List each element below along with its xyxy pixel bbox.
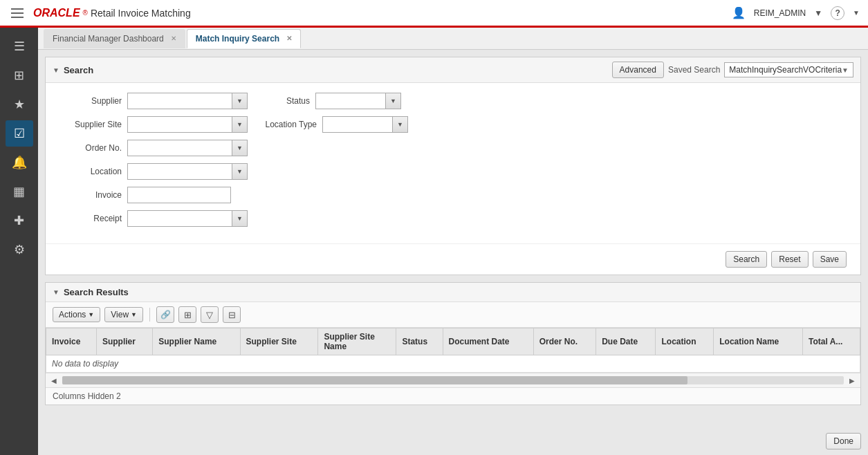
saved-search-dropdown-arrow[interactable]: ▼	[842, 66, 849, 74]
main-content: Financial Manager Dashboard ✕ Match Inqu…	[38, 28, 868, 455]
tab-match-inquiry-search-close[interactable]: ✕	[286, 35, 292, 42]
layout: ☰ ⊞ ★ ☑ 🔔 ▦ ✚ ⚙ Financial Manager Dashbo…	[0, 28, 868, 455]
sidebar-item-add[interactable]: ✚	[6, 207, 33, 234]
form-row-5: Invoice	[59, 187, 847, 203]
no-data-cell: No data to display	[46, 355, 860, 373]
reset-button[interactable]: Reset	[771, 251, 808, 268]
supplier-input-container[interactable]: ▼	[127, 93, 248, 109]
form-row-6: Receipt ▼	[59, 210, 847, 227]
scroll-right-arrow[interactable]: ▶	[847, 377, 858, 384]
status-dropdown-btn[interactable]: ▼	[385, 93, 400, 109]
product-text: Retail Invoice Matching	[91, 8, 191, 19]
grid-button[interactable]: ⊞	[178, 306, 196, 323]
help-dropdown-icon[interactable]: ▼	[853, 9, 860, 17]
export-icon: ⊟	[228, 310, 236, 320]
view-dropdown-icon: ▼	[131, 311, 137, 318]
results-panel-title: ▼ Search Results	[53, 287, 129, 297]
columns-hidden-count: 2	[116, 391, 121, 401]
tab-bar: Financial Manager Dashboard ✕ Match Inqu…	[38, 28, 868, 50]
location-type-input-container[interactable]: ▼	[322, 116, 408, 133]
advanced-button[interactable]: Advanced	[612, 62, 664, 78]
page-footer: Done	[38, 427, 868, 455]
supplier-site-input[interactable]	[128, 118, 232, 131]
sidebar-item-tasks[interactable]: ☑	[6, 120, 33, 147]
location-type-field: Location Type ▼	[261, 116, 408, 133]
top-bar: ORACLE ® Retail Invoice Matching 👤 REIM_…	[0, 0, 868, 28]
saved-search-select[interactable]: MatchInquirySearchVOCriteria ▼	[724, 62, 853, 77]
location-type-input[interactable]	[323, 118, 392, 131]
location-dropdown-btn[interactable]: ▼	[232, 164, 247, 179]
search-panel-header: ▼ Search Advanced Saved Search MatchInqu…	[46, 57, 860, 83]
search-actions: Search Reset Save	[46, 243, 860, 275]
scrollbar-thumb[interactable]	[62, 376, 687, 384]
receipt-input-container[interactable]: ▼	[127, 210, 248, 227]
filter-button[interactable]: ▽	[201, 306, 219, 323]
supplier-site-input-container[interactable]: ▼	[127, 116, 248, 133]
sidebar-item-favorites[interactable]: ★	[6, 91, 33, 118]
results-panel-title-text: Search Results	[64, 287, 129, 297]
col-header-order-no: Order No.	[533, 328, 595, 355]
collapse-icon[interactable]: ▼	[53, 66, 59, 74]
invoice-input[interactable]	[127, 187, 231, 203]
results-table-container: Invoice Supplier Supplier Name Supplier …	[46, 328, 860, 373]
tab-financial-dashboard[interactable]: Financial Manager Dashboard ✕	[44, 29, 185, 48]
status-input-container[interactable]: ▼	[315, 93, 401, 109]
tasks-icon: ☑	[14, 126, 25, 141]
top-bar-right: 👤 REIM_ADMIN ▼ ? ▼	[732, 6, 860, 20]
scrollbar-track-container	[62, 376, 844, 384]
sidebar-item-settings[interactable]: ⚙	[6, 236, 33, 263]
export-button[interactable]: ⊟	[223, 306, 241, 323]
receipt-dropdown-btn[interactable]: ▼	[232, 211, 247, 226]
status-input[interactable]	[316, 94, 385, 108]
scrollbar-track[interactable]	[62, 376, 844, 384]
view-label: View	[111, 310, 129, 319]
supplier-dropdown-btn[interactable]: ▼	[232, 93, 247, 109]
hamburger-menu[interactable]	[8, 6, 26, 21]
help-icon[interactable]: ?	[831, 6, 844, 20]
results-panel: ▼ Search Results Actions ▼ View ▼	[45, 282, 861, 405]
order-no-input-container[interactable]: ▼	[127, 140, 248, 156]
sidebar-item-home[interactable]: ⊞	[6, 62, 33, 89]
col-header-location-name: Location Name	[714, 328, 803, 355]
done-button[interactable]: Done	[826, 433, 861, 449]
saved-search-value: MatchInquirySearchVOCriteria	[729, 65, 842, 75]
tab-match-inquiry-search[interactable]: Match Inquiry Search ✕	[187, 29, 301, 48]
col-header-supplier-site-name: Supplier SiteName	[318, 328, 396, 355]
user-dropdown-icon[interactable]: ▼	[814, 8, 822, 18]
search-panel: ▼ Search Advanced Saved Search MatchInqu…	[45, 57, 861, 275]
supplier-site-dropdown-btn[interactable]: ▼	[232, 117, 247, 132]
view-button[interactable]: View ▼	[104, 307, 143, 322]
location-type-dropdown-btn[interactable]: ▼	[392, 117, 407, 132]
save-button[interactable]: Save	[813, 251, 847, 268]
sidebar-item-reports[interactable]: ▦	[6, 178, 33, 205]
menu-icon: ☰	[14, 39, 25, 54]
results-collapse-icon[interactable]: ▼	[53, 288, 59, 296]
user-icon: 👤	[732, 6, 746, 19]
search-button[interactable]: Search	[726, 251, 767, 268]
receipt-input[interactable]	[128, 212, 232, 225]
order-no-input[interactable]	[128, 141, 232, 155]
user-name[interactable]: REIM_ADMIN	[754, 8, 806, 18]
sidebar-item-menu[interactable]: ☰	[6, 33, 33, 59]
saved-search-container: Saved Search MatchInquirySearchVOCriteri…	[668, 62, 853, 77]
form-row-4: Location ▼	[59, 163, 847, 180]
scrollbar-row: ◀ ▶	[46, 373, 860, 387]
scroll-left-arrow[interactable]: ◀	[48, 377, 59, 384]
location-input-container[interactable]: ▼	[127, 163, 248, 180]
link-button[interactable]: 🔗	[156, 306, 174, 323]
location-input[interactable]	[128, 165, 232, 178]
col-header-supplier-site: Supplier Site	[240, 328, 318, 355]
actions-button[interactable]: Actions ▼	[53, 307, 100, 322]
sidebar-item-notifications[interactable]: 🔔	[6, 149, 33, 176]
columns-hidden-bar: Columns Hidden 2	[46, 387, 860, 405]
form-row-2: Supplier Site ▼ Location Type ▼	[59, 116, 847, 133]
supplier-input[interactable]	[128, 94, 232, 108]
top-bar-left: ORACLE ® Retail Invoice Matching	[8, 6, 191, 21]
grid-icon: ⊞	[184, 310, 192, 320]
tab-financial-dashboard-close[interactable]: ✕	[171, 35, 176, 42]
form-row-3: Order No. ▼	[59, 140, 847, 156]
col-header-status: Status	[396, 328, 443, 355]
order-no-dropdown-btn[interactable]: ▼	[232, 140, 247, 156]
receipt-field: Receipt ▼	[59, 210, 248, 227]
col-header-supplier: Supplier	[96, 328, 152, 355]
